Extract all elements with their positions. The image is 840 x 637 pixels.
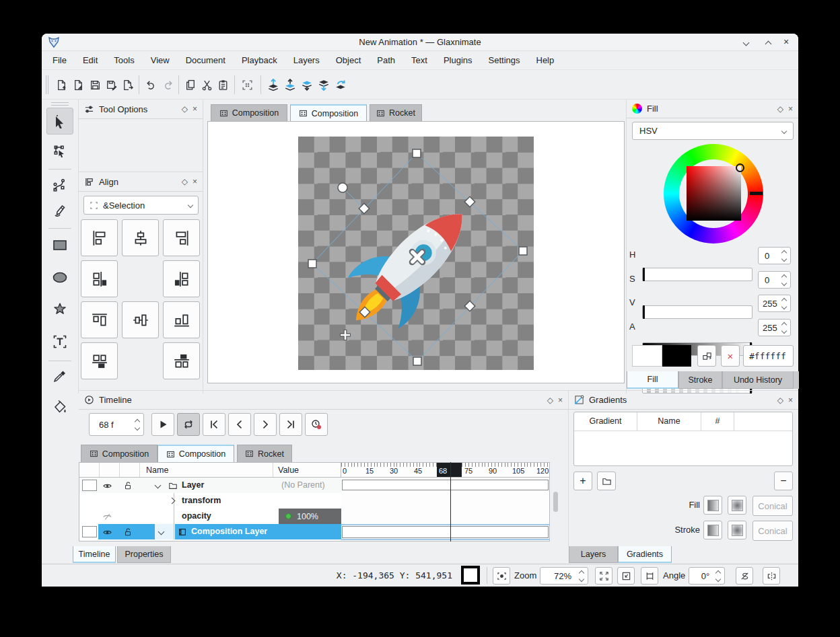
paste-button[interactable]	[215, 77, 231, 93]
reset-view-button[interactable]	[641, 567, 658, 585]
redo-button[interactable]	[160, 77, 176, 93]
menu-plugins[interactable]: Plugins	[435, 51, 481, 69]
rocket-artwork[interactable]	[298, 137, 534, 370]
float-panel-icon[interactable]: ◇	[777, 396, 783, 404]
hue-handle[interactable]	[750, 192, 763, 195]
canvas-tab-rocket[interactable]: Rocket	[370, 104, 422, 121]
menu-document[interactable]: Document	[178, 51, 234, 69]
column-count[interactable]: #	[701, 412, 734, 430]
layer-track-bar[interactable]	[342, 480, 549, 490]
column-name[interactable]: Name	[637, 412, 701, 430]
playhead[interactable]	[450, 462, 451, 541]
timeline-tab-composition-1[interactable]: Composition	[81, 445, 158, 462]
align-top-button[interactable]	[81, 301, 118, 338]
previous-frame-button[interactable]	[228, 413, 251, 436]
tools-grip[interactable]	[51, 102, 69, 106]
copy-button[interactable]	[182, 77, 199, 93]
frame-spinbox[interactable]: 68 f	[89, 413, 144, 436]
fill-linear-gradient-button[interactable]	[703, 496, 722, 515]
timeline-tab-composition-2[interactable]: Composition	[158, 445, 234, 462]
tool-rectangle[interactable]	[46, 231, 73, 258]
close-panel-icon[interactable]: ×	[193, 105, 197, 113]
menu-settings[interactable]: Settings	[481, 51, 528, 69]
float-panel-icon[interactable]: ◇	[182, 178, 188, 186]
close-panel-icon[interactable]: ×	[788, 396, 793, 404]
current-frame-indicator[interactable]: 68	[437, 463, 462, 478]
swap-colors-button[interactable]	[697, 345, 716, 367]
align-outside-bottom-button[interactable]	[81, 342, 118, 379]
float-panel-icon[interactable]: ◇	[777, 105, 783, 113]
align-hcenter-button[interactable]	[122, 219, 159, 256]
visible-icon[interactable]	[102, 480, 112, 491]
sv-handle[interactable]	[736, 163, 744, 172]
visible-icon[interactable]	[102, 527, 112, 537]
tab-stroke[interactable]: Stroke	[678, 371, 722, 389]
new-file-button[interactable]	[53, 77, 69, 93]
last-frame-button[interactable]	[279, 413, 302, 436]
saturation-spinbox[interactable]: 0	[758, 271, 791, 289]
dock-tab-layers[interactable]: Layers	[569, 546, 618, 563]
tool-color-picker[interactable]	[46, 364, 73, 391]
move-to-top-button[interactable]	[332, 77, 349, 93]
timeline-tab-rocket[interactable]: Rocket	[237, 445, 292, 462]
hue-spinbox[interactable]: 0	[758, 247, 791, 264]
close-panel-icon[interactable]: ×	[558, 396, 563, 404]
dock-tab-timeline[interactable]: Timeline	[73, 546, 116, 563]
layer-color-cell[interactable]	[82, 480, 97, 491]
canvas-viewport[interactable]	[207, 121, 625, 383]
timeline-scrollbar[interactable]	[553, 492, 558, 512]
remove-gradient-button[interactable]: −	[774, 472, 793, 490]
stroke-linear-gradient-button[interactable]	[703, 521, 722, 539]
menu-object[interactable]: Object	[328, 51, 370, 69]
colorspace-select[interactable]: HSV	[632, 122, 794, 140]
stroke-conical-gradient-button[interactable]: Conical	[753, 521, 793, 541]
play-button[interactable]	[151, 413, 174, 436]
column-value[interactable]: Value	[273, 463, 341, 477]
undo-button[interactable]	[143, 77, 159, 93]
save-button[interactable]	[87, 77, 103, 93]
close-button[interactable]: ×	[781, 36, 792, 47]
menu-text[interactable]: Text	[403, 51, 435, 69]
hue-slider[interactable]	[642, 268, 753, 281]
column-gradient[interactable]: Gradient	[574, 412, 637, 430]
cut-button[interactable]	[199, 77, 215, 93]
raise-to-top-button[interactable]	[265, 77, 281, 93]
fill-radial-gradient-button[interactable]	[728, 496, 746, 515]
primary-color-swatch[interactable]	[632, 345, 662, 367]
zoom-fit-button[interactable]	[595, 567, 612, 585]
align-left-button[interactable]	[81, 219, 118, 256]
select-all-button[interactable]	[239, 77, 255, 93]
toolbar-grip[interactable]	[46, 75, 48, 94]
composition-layer-track-bar[interactable]	[342, 526, 549, 538]
zoom-spinbox[interactable]: 72%	[540, 567, 588, 585]
align-bottom-button[interactable]	[163, 301, 200, 338]
timeline-tracks[interactable]	[341, 478, 550, 541]
focus-canvas-button[interactable]	[493, 567, 510, 585]
angle-spinbox[interactable]: 0°	[689, 567, 725, 585]
add-gradient-button[interactable]: +	[573, 472, 592, 490]
dock-tab-gradients[interactable]: Gradients	[618, 546, 672, 563]
raise-button[interactable]	[282, 77, 298, 93]
canvas-tab-composition-2[interactable]: Composition	[290, 104, 367, 121]
tool-fill[interactable]	[46, 394, 73, 420]
record-keyframe-button[interactable]	[305, 413, 328, 436]
align-right-button[interactable]	[163, 219, 200, 256]
align-outside-left-button[interactable]	[81, 260, 118, 297]
saturation-value-square[interactable]	[687, 166, 741, 221]
alpha-spinbox[interactable]: 255	[758, 319, 791, 336]
reset-rotation-button[interactable]	[736, 567, 753, 585]
align-vcenter-button[interactable]	[122, 301, 159, 338]
close-panel-icon[interactable]: ×	[788, 105, 793, 113]
gradients-table[interactable]: Gradient Name #	[573, 412, 793, 466]
menu-file[interactable]: File	[44, 51, 75, 69]
titlebar[interactable]: New Animation * — Glaxnimate ×	[42, 34, 798, 51]
tool-star[interactable]	[46, 296, 73, 323]
composition-layer-row[interactable]: Composition Layer	[79, 524, 342, 539]
menu-path[interactable]: Path	[369, 51, 403, 69]
opacity-row[interactable]: opacity 100%	[79, 509, 342, 524]
unlocked-icon[interactable]	[123, 527, 133, 537]
dock-tab-properties[interactable]: Properties	[117, 546, 171, 563]
menu-tools[interactable]: Tools	[106, 51, 142, 69]
presets-button[interactable]	[597, 472, 616, 490]
align-outside-right-button[interactable]	[163, 260, 200, 297]
